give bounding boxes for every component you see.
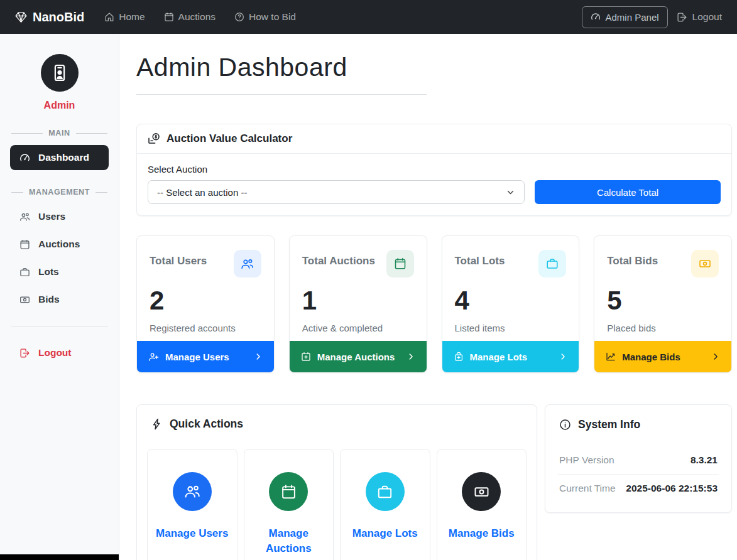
house-icon: [104, 12, 114, 22]
sidebar-user-name: Admin: [0, 100, 119, 111]
stat-title: Total Bids: [607, 250, 658, 267]
sidebar-item-label: Dashboard: [38, 152, 89, 163]
stat-value: 4: [455, 286, 567, 315]
sidebar-item-auctions[interactable]: Auctions: [10, 232, 109, 257]
calendar-icon: [19, 239, 30, 250]
box-arrow-right-icon: [19, 348, 30, 358]
sidebar-item-dashboard[interactable]: Dashboard: [10, 145, 109, 170]
person-plus-icon: [148, 352, 159, 362]
system-info-label: PHP Version: [559, 455, 614, 466]
system-info-title: System Info: [578, 418, 640, 431]
briefcase-icon: [538, 250, 566, 277]
quick-action-label: Manage Lots: [346, 526, 425, 541]
quick-action-manage-lots[interactable]: Manage Lots: [340, 449, 430, 560]
auction-select[interactable]: -- Select an auction --: [148, 180, 525, 204]
manage-lots-link[interactable]: Manage Lots: [442, 341, 579, 372]
sidebar-item-users[interactable]: Users: [10, 204, 109, 229]
stat-subtitle: Registered accounts: [150, 323, 261, 333]
system-info-value: 2025-06-06 22:15:53: [626, 483, 718, 494]
stat-card-total-auctions: Total Auctions 1 Active & completed Mana…: [289, 235, 427, 373]
briefcase-icon: [19, 267, 30, 277]
speedometer-icon: [591, 12, 601, 22]
manage-users-link[interactable]: Manage Users: [137, 341, 274, 372]
admin-panel-button[interactable]: Admin Panel: [582, 6, 668, 28]
stat-subtitle: Active & completed: [302, 323, 414, 333]
box-arrow-right-icon: [677, 12, 687, 23]
sidebar: Admin MAIN Dashboard MANAGEMENT Users Au…: [0, 34, 119, 560]
system-info-label: Current Time: [559, 483, 616, 494]
navbar-logout-link[interactable]: Logout: [677, 11, 722, 23]
nav-item-home[interactable]: Home: [97, 6, 152, 28]
people-icon: [173, 472, 212, 511]
system-info-value: 8.3.21: [691, 455, 718, 466]
manage-bids-link[interactable]: Manage Bids: [594, 341, 731, 372]
sidebar-item-label: Bids: [38, 294, 60, 305]
page-title: Admin Dashboard: [136, 53, 732, 82]
nav-item-how-to-bid[interactable]: How to Bid: [227, 6, 303, 28]
briefcase-icon: [366, 472, 405, 511]
bag-plus-icon: [454, 352, 464, 362]
chevron-right-icon: [711, 352, 720, 361]
stat-card-total-bids: Total Bids 5 Placed bids Manage Bids: [594, 235, 732, 373]
stat-value: 2: [150, 286, 261, 315]
nav-right: Admin Panel Logout: [582, 6, 722, 28]
calendar-icon: [164, 12, 174, 22]
cash-icon: [691, 250, 719, 277]
stat-subtitle: Listed items: [455, 323, 567, 333]
stat-value: 1: [302, 286, 414, 315]
quick-action-label: Manage Auctions: [249, 526, 329, 556]
top-navbar: NanoBid Home Auctions How to Bid Admin P…: [0, 0, 737, 34]
navbar-logout-label: Logout: [692, 11, 722, 23]
system-info-row-time: Current Time 2025-06-06 22:15:53: [558, 474, 719, 502]
gem-icon: [15, 11, 27, 23]
quick-action-label: Manage Users: [153, 526, 232, 541]
brand-logo[interactable]: NanoBid: [15, 10, 84, 24]
system-info-header: System Info: [558, 417, 719, 433]
stat-title: Total Lots: [455, 250, 505, 267]
quick-action-manage-auctions[interactable]: Manage Auctions: [244, 449, 334, 560]
person-badge-icon: [50, 63, 69, 82]
people-icon: [19, 212, 30, 222]
calculator-header: Auction Value Calculator: [137, 124, 731, 154]
auction-select-value: -- Select an auction --: [157, 187, 247, 198]
stat-action-label: Manage Bids: [622, 352, 680, 362]
brand-name: NanoBid: [33, 10, 84, 24]
sidebar-logout-item[interactable]: Logout: [10, 340, 109, 365]
system-info-row-php: PHP Version 8.3.21: [558, 446, 719, 474]
avatar: [41, 54, 79, 92]
auction-value-calculator-card: Auction Value Calculator Select Auction …: [136, 124, 732, 216]
stat-subtitle: Placed bids: [607, 323, 719, 333]
quick-actions-title: Quick Actions: [170, 417, 243, 431]
sidebar-item-label: Lots: [38, 266, 59, 277]
sidebar-item-label: Users: [38, 211, 65, 222]
quick-actions-card: Quick Actions Manage Users Manage Auctio…: [136, 404, 537, 560]
chevron-right-icon: [559, 352, 567, 361]
sidebar-section-management: MANAGEMENT: [11, 188, 107, 197]
graph-up-icon: [606, 352, 616, 362]
cash-icon: [19, 294, 30, 305]
quick-actions-header: Quick Actions: [147, 416, 527, 432]
nav-item-auctions[interactable]: Auctions: [156, 6, 223, 28]
stat-card-total-users: Total Users 2 Registered accounts Manage…: [136, 235, 275, 373]
nav-item-label: Auctions: [178, 11, 216, 23]
manage-auctions-link[interactable]: Manage Auctions: [290, 341, 427, 372]
stat-action-label: Manage Auctions: [317, 352, 395, 362]
quick-action-manage-bids[interactable]: Manage Bids: [437, 449, 527, 560]
calendar-icon: [386, 250, 414, 277]
speedometer-icon: [19, 153, 30, 163]
nav-item-label: Home: [119, 11, 145, 23]
calculator-title: Auction Value Calculator: [167, 132, 292, 145]
sidebar-item-lots[interactable]: Lots: [10, 259, 109, 284]
sidebar-section-main: MAIN: [11, 129, 107, 137]
calendar-icon: [269, 472, 308, 511]
main-content: Admin Dashboard Auction Value Calculator…: [119, 34, 737, 560]
admin-panel-label: Admin Panel: [606, 12, 659, 23]
calculate-total-button[interactable]: Calculate Total: [535, 180, 721, 204]
stat-card-total-lots: Total Lots 4 Listed items Manage Lots: [442, 235, 580, 373]
sidebar-item-bids[interactable]: Bids: [10, 287, 109, 312]
title-rule: [136, 94, 427, 95]
cash-coin-icon: [148, 132, 160, 145]
sidebar-divider: [11, 326, 108, 326]
quick-action-manage-users[interactable]: Manage Users: [147, 449, 237, 560]
lightning-icon: [151, 418, 163, 430]
